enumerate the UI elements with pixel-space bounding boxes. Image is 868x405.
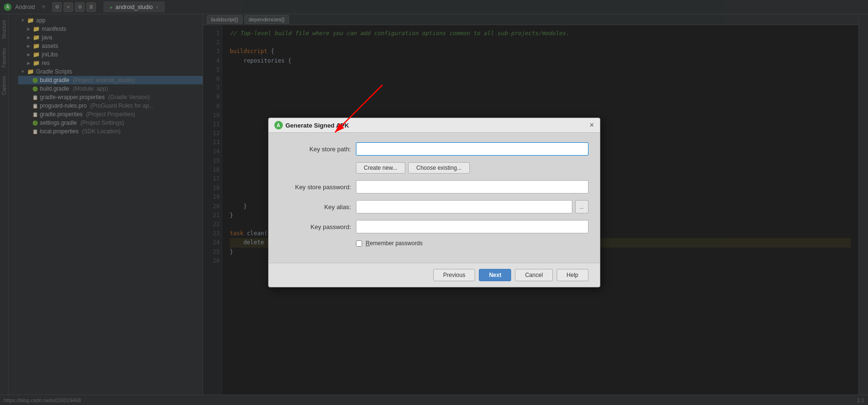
help-btn[interactable]: Help [557,269,588,281]
next-btn[interactable]: Next [479,269,511,281]
dialog-title-icon: A [274,121,283,129]
key-store-path-input[interactable] [356,142,588,156]
key-store-password-label: Key store password: [280,184,351,191]
generate-signed-apk-dialog: A Generate Signed APK × Key store path: … [268,118,600,287]
cancel-btn[interactable]: Cancel [515,269,552,281]
key-store-path-row: Key store path: [280,142,588,156]
key-password-label: Key password: [280,223,351,230]
create-new-btn[interactable]: Create new... [356,162,406,174]
key-store-password-input[interactable] [356,180,588,193]
remember-passwords-checkbox[interactable] [356,240,362,247]
dialog-title: A Generate Signed APK [274,121,349,129]
dialog-footer: Previous Next Cancel Help [269,263,600,287]
dialog-body: Key store path: Create new... Choose exi… [269,133,600,263]
remember-passwords-label[interactable]: Remember passwords [366,240,423,247]
dialog-title-text: Generate Signed APK [286,122,349,129]
key-store-password-row: Key store password: [280,180,588,193]
key-password-input[interactable] [356,220,588,233]
choose-existing-btn[interactable]: Choose existing... [408,162,469,174]
remember-passwords-row: Remember passwords [280,240,588,247]
keystore-action-row: Create new... Choose existing... [280,162,588,174]
modal-overlay: A Generate Signed APK × Key store path: … [0,0,868,405]
key-alias-browse-btn[interactable]: ... [575,200,588,213]
dialog-close-btn[interactable]: × [589,121,594,129]
key-store-path-label: Key store path: [280,146,351,153]
key-alias-row: Key alias: ... [280,200,588,213]
key-alias-input[interactable] [356,200,572,213]
key-alias-label: Key alias: [280,203,351,211]
dialog-title-bar: A Generate Signed APK × [269,118,600,133]
key-password-row: Key password: [280,220,588,233]
previous-btn[interactable]: Previous [433,269,476,281]
